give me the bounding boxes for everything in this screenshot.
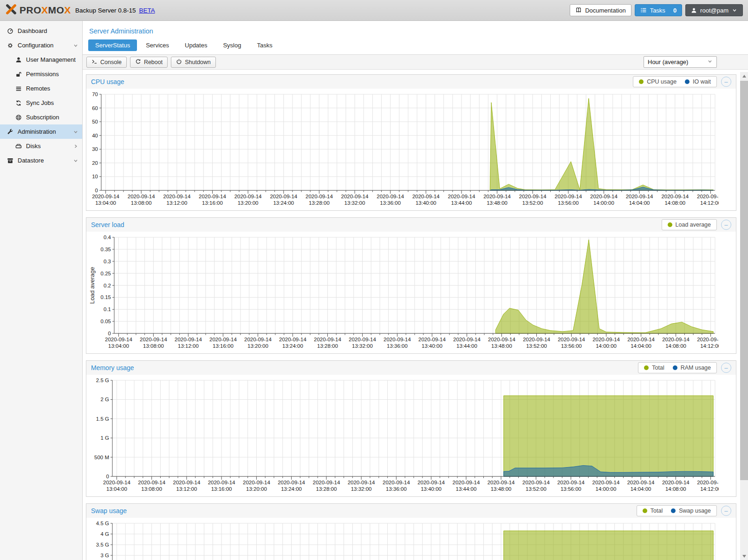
svg-text:13:08:00: 13:08:00	[141, 486, 162, 492]
legend-item[interactable]: Load average	[668, 221, 711, 228]
svg-text:2020-09-14: 2020-09-14	[312, 480, 340, 485]
svg-text:13:52:00: 13:52:00	[522, 200, 543, 206]
sidebar-item-dashboard[interactable]: Dashboard	[0, 24, 82, 38]
timeframe-select[interactable]: Hour (average)	[644, 56, 717, 68]
tab-syslog[interactable]: Syslog	[216, 39, 248, 51]
svg-text:13:04:00: 13:04:00	[108, 343, 129, 349]
sidebar-item-permissions[interactable]: Permissions	[0, 67, 82, 81]
scroll-up-arrow-icon[interactable]	[740, 72, 748, 80]
svg-text:2020-09-14: 2020-09-14	[519, 194, 546, 199]
svg-text:2020-09-14: 2020-09-14	[306, 194, 333, 199]
svg-text:4.5 G: 4.5 G	[96, 521, 109, 526]
sidebar-item-sync-jobs[interactable]: Sync Jobs	[0, 96, 82, 110]
svg-text:13:08:00: 13:08:00	[131, 200, 152, 206]
svg-text:2020-09-14: 2020-09-14	[627, 480, 655, 485]
sidebar-item-disks[interactable]: Disks	[0, 139, 82, 153]
legend-dot	[639, 79, 644, 84]
legend: CPU usage IO wait	[633, 76, 717, 87]
swap-usage-panel: Swap usage Total Swap usage − 2020-09-14…	[86, 503, 736, 560]
legend-label: Swap usage	[679, 508, 711, 514]
sidebar-item-subscription[interactable]: Subscription	[0, 110, 82, 124]
svg-text:2020-09-14: 2020-09-14	[558, 337, 585, 342]
chevron-down-icon	[73, 129, 78, 135]
svg-text:2020-09-14: 2020-09-14	[554, 194, 582, 199]
svg-text:0.15: 0.15	[101, 294, 111, 300]
header-actions: Documentation Tasks 0 root@pam	[570, 4, 743, 16]
tab-updates[interactable]: Updates	[178, 39, 214, 51]
svg-text:1 G: 1 G	[100, 435, 109, 441]
panel-collapse-button[interactable]: −	[721, 506, 731, 516]
scrollbar-thumb[interactable]	[740, 81, 748, 480]
legend-label: Total	[650, 508, 663, 514]
sidebar-item-label: Administration	[18, 128, 56, 135]
svg-text:0.2: 0.2	[104, 283, 111, 288]
svg-text:2020-09-14: 2020-09-14	[417, 480, 445, 485]
user-menu-button[interactable]: root@pam	[685, 4, 743, 16]
legend-label: Total	[652, 365, 664, 371]
person-icon	[691, 7, 697, 13]
proxmox-wordmark: PROXMOX	[20, 5, 71, 16]
panel-collapse-button[interactable]: −	[721, 220, 731, 230]
svg-text:2020-09-14: 2020-09-14	[488, 480, 515, 485]
sidebar-item-configuration[interactable]: Configuration	[0, 38, 82, 52]
archive-icon	[6, 157, 14, 164]
page-title: Server Administration	[83, 21, 748, 38]
legend-item[interactable]: CPU usage	[639, 78, 676, 85]
vertical-scrollbar[interactable]	[740, 72, 748, 560]
svg-text:3 G: 3 G	[100, 553, 109, 558]
svg-text:14:08:00: 14:08:00	[665, 486, 686, 492]
tab-tasks[interactable]: Tasks	[250, 39, 279, 51]
sidebar-item-user-management[interactable]: User Management	[0, 52, 82, 67]
sidebar-item-administration[interactable]: Administration	[0, 124, 82, 139]
legend: Total Swap usage	[637, 505, 717, 516]
svg-text:14:08:00: 14:08:00	[665, 343, 686, 349]
tasks-count-badge: 0	[673, 7, 676, 14]
documentation-button[interactable]: Documentation	[570, 4, 631, 16]
svg-text:13:28:00: 13:28:00	[317, 343, 338, 349]
svg-text:13:40:00: 13:40:00	[416, 200, 436, 206]
beta-link[interactable]: BETA	[139, 7, 155, 14]
svg-text:Load average: Load average	[89, 267, 96, 304]
svg-text:14:04:00: 14:04:00	[629, 200, 650, 206]
svg-text:2020-09-14: 2020-09-14	[314, 337, 341, 342]
svg-text:14:00:00: 14:00:00	[596, 486, 617, 492]
scroll-down-arrow-icon[interactable]	[740, 552, 748, 560]
svg-text:14:12:00: 14:12:00	[700, 343, 719, 349]
svg-text:2020-09-14: 2020-09-14	[662, 337, 689, 342]
console-button[interactable]: Console	[86, 57, 127, 68]
legend-item[interactable]: Total	[643, 508, 663, 514]
svg-text:13:52:00: 13:52:00	[526, 486, 546, 492]
server-load-chart: 2020-09-1413:04:002020-09-1413:08:002020…	[86, 232, 736, 353]
chevron-right-icon	[73, 143, 78, 149]
legend-item[interactable]: IO wait	[685, 78, 711, 85]
svg-text:2020-09-14: 2020-09-14	[697, 480, 719, 485]
panel-header: CPU usage CPU usage IO wait −	[86, 75, 736, 89]
legend-item[interactable]: RAM usage	[673, 365, 711, 371]
svg-text:13:20:00: 13:20:00	[247, 343, 268, 349]
tab-serverstatus[interactable]: ServerStatus	[88, 39, 137, 51]
legend: Total RAM usage	[638, 362, 717, 373]
legend-item[interactable]: Swap usage	[671, 508, 711, 514]
svg-text:2020-09-14: 2020-09-14	[105, 337, 132, 342]
svg-text:14:00:00: 14:00:00	[593, 200, 614, 206]
sidebar-item-datastore[interactable]: Datastore	[0, 153, 82, 168]
tab-services[interactable]: Services	[139, 39, 176, 51]
svg-text:14:12:00: 14:12:00	[700, 200, 719, 206]
svg-text:2020-09-14: 2020-09-14	[627, 337, 655, 342]
proxmox-x-logo-icon	[5, 3, 17, 17]
svg-text:2020-09-14: 2020-09-14	[349, 337, 376, 342]
svg-text:0.3: 0.3	[104, 259, 111, 264]
panel-collapse-button[interactable]: −	[721, 77, 731, 87]
legend-item[interactable]: Total	[644, 365, 664, 371]
panel-collapse-button[interactable]: −	[721, 363, 731, 373]
shutdown-button[interactable]: Shutdown	[171, 57, 216, 68]
svg-text:13:04:00: 13:04:00	[95, 200, 116, 206]
svg-text:13:48:00: 13:48:00	[491, 343, 512, 349]
sidebar-item-label: User Management	[26, 56, 76, 63]
memory-usage-chart: 2020-09-1413:04:002020-09-1413:08:002020…	[86, 375, 736, 496]
svg-text:13:36:00: 13:36:00	[380, 200, 401, 206]
reboot-button[interactable]: Reboot	[130, 57, 168, 68]
sidebar-item-remotes[interactable]: Remotes	[0, 81, 82, 96]
tasks-button[interactable]: Tasks 0	[635, 4, 682, 16]
svg-text:2020-09-14: 2020-09-14	[138, 480, 165, 485]
